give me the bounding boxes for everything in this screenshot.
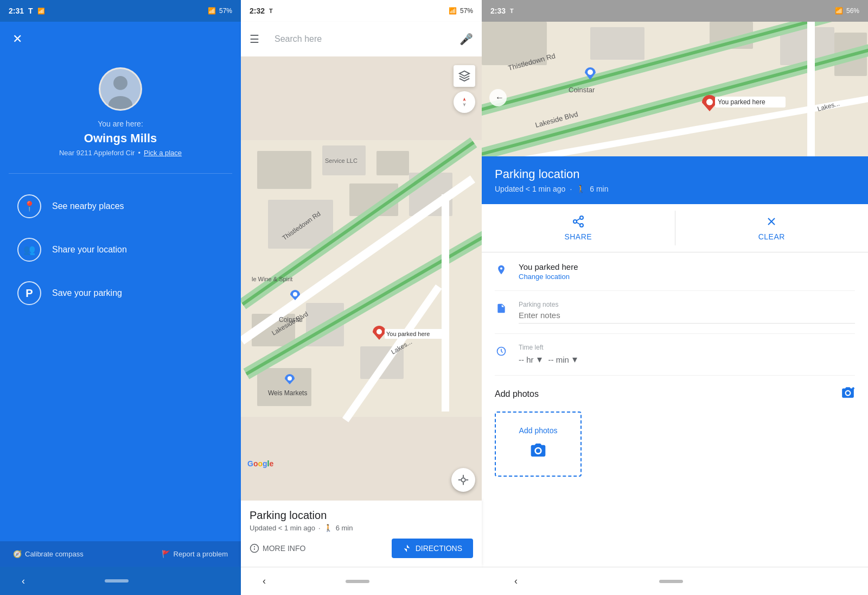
dropdown-arrow-hr: ▾ bbox=[537, 353, 542, 365]
statusbar-1: 2:31 T 📶 📶 57% bbox=[0, 0, 241, 22]
back-arrow-3[interactable]: ‹ bbox=[514, 575, 518, 587]
dropdown-arrow-min: ▾ bbox=[572, 353, 577, 365]
panel3-map-svg: Thistledown Rd Lakeside Blvd Lakes... Co… bbox=[482, 22, 868, 156]
svg-line-75 bbox=[501, 351, 503, 353]
flag-icon: 🚩 bbox=[162, 550, 170, 558]
panel2-nav: ‹ bbox=[241, 567, 482, 595]
parking-detail-header: Parking location Updated < 1 min ago · 🚶… bbox=[482, 156, 868, 204]
menu-item-share[interactable]: 👥 Share your location bbox=[0, 228, 241, 271]
share-location-icon: 👥 bbox=[17, 238, 41, 262]
time-selectors: -- hr ▾ -- min ▾ bbox=[519, 353, 855, 365]
panel1-footer: 🧭 Calibrate compass 🚩 Report a problem bbox=[0, 541, 241, 567]
parking-notes-row: Parking notes bbox=[495, 291, 855, 334]
avatar-image bbox=[100, 67, 141, 111]
add-photo-button[interactable] bbox=[841, 385, 855, 403]
nav-pill-2 bbox=[346, 580, 369, 583]
svg-text:Coinstar: Coinstar bbox=[569, 86, 595, 94]
profile-section: You are here: Owings Mills Near 9211 App… bbox=[0, 56, 241, 173]
parking-location-title: Parking location bbox=[250, 509, 473, 522]
svg-marker-33 bbox=[463, 98, 466, 102]
parking-detail-meta: Updated < 1 min ago · 🚶 6 min bbox=[495, 185, 855, 193]
svg-rect-19 bbox=[442, 194, 449, 412]
notes-content: Parking notes bbox=[519, 301, 855, 324]
photos-title-row: Add photos bbox=[495, 385, 855, 403]
parking-detail-title: Parking location bbox=[495, 167, 855, 181]
svg-point-79 bbox=[536, 448, 540, 453]
time-left-row: Time left -- hr ▾ -- min ▾ bbox=[495, 334, 855, 376]
back-arrow-2[interactable]: ‹ bbox=[263, 575, 266, 587]
svg-point-66 bbox=[580, 216, 583, 219]
svg-point-60 bbox=[588, 69, 593, 75]
status-time-2: 2:32 T bbox=[250, 7, 273, 15]
menu-items: 📍 See nearby places 👥 Share your locatio… bbox=[0, 174, 241, 541]
share-label: SHARE bbox=[564, 232, 592, 241]
menu-item-parking[interactable]: P Save your parking bbox=[0, 271, 241, 315]
search-placeholder: Search here bbox=[275, 34, 444, 44]
photos-section: Add photos Add photos bbox=[482, 376, 868, 486]
panel-2-map: 2:32 T 📶 57% ☰ Search here 🎤 bbox=[241, 0, 482, 595]
hour-select[interactable]: -- hr ▾ bbox=[519, 353, 542, 365]
walk-icon-3: 🚶 bbox=[576, 185, 585, 193]
svg-marker-34 bbox=[463, 103, 466, 107]
action-row: SHARE CLEAR bbox=[482, 204, 868, 252]
svg-point-76 bbox=[846, 391, 850, 395]
panel-1-sidebar: 2:31 T 📶 📶 57% ✕ You are here: Owings Mi… bbox=[0, 0, 241, 595]
directions-button[interactable]: DIRECTIONS bbox=[392, 539, 473, 558]
calibrate-compass-button[interactable]: 🧭 Calibrate compass bbox=[13, 550, 84, 558]
google-logo: Google bbox=[247, 459, 273, 468]
svg-point-35 bbox=[461, 478, 465, 482]
close-button[interactable]: ✕ bbox=[9, 30, 26, 48]
min-select[interactable]: -- min ▾ bbox=[548, 353, 577, 365]
map-view[interactable]: Thistledown Rd Lakeside Blvd Lakes... Se… bbox=[241, 56, 482, 501]
menu-item-nearby[interactable]: 📍 See nearby places bbox=[0, 185, 241, 228]
svg-rect-54 bbox=[807, 22, 815, 156]
menu-label-nearby: See nearby places bbox=[52, 201, 124, 211]
layers-button[interactable] bbox=[454, 65, 475, 87]
you-are-here-label: You are here: bbox=[98, 119, 143, 128]
share-button[interactable]: SHARE bbox=[482, 204, 675, 252]
compass-icon: 🧭 bbox=[13, 550, 22, 558]
svg-text:Weis Markets: Weis Markets bbox=[268, 389, 307, 397]
report-problem-button[interactable]: 🚩 Report a problem bbox=[162, 550, 228, 558]
parked-here-row: You parked here Change location bbox=[495, 252, 855, 291]
more-info-button[interactable]: MORE INFO bbox=[250, 543, 305, 553]
panel3-nav: ‹ bbox=[482, 567, 868, 595]
time-label: Time left bbox=[519, 344, 855, 351]
parking-meta: Updated < 1 min ago · 🚶 6 min bbox=[250, 524, 473, 532]
search-input-container[interactable]: Search here bbox=[266, 27, 453, 51]
clear-button[interactable]: CLEAR bbox=[675, 204, 869, 252]
locate-button[interactable] bbox=[451, 468, 475, 492]
parking-detail-content: Parking location Updated < 1 min ago · 🚶… bbox=[482, 156, 868, 567]
compass-button[interactable] bbox=[454, 91, 475, 113]
back-arrow[interactable]: ‹ bbox=[22, 575, 25, 587]
parked-here-value: You parked here bbox=[519, 262, 855, 271]
photo-placeholder[interactable]: Add photos bbox=[495, 412, 582, 477]
svg-marker-43 bbox=[404, 545, 410, 552]
parking-icon: P bbox=[17, 281, 41, 305]
panel3-map[interactable]: Thistledown Rd Lakeside Blvd Lakes... Co… bbox=[482, 22, 868, 156]
notes-input[interactable] bbox=[519, 311, 855, 324]
svg-rect-12 bbox=[257, 368, 311, 406]
svg-text:Coinstar: Coinstar bbox=[279, 316, 303, 324]
parking-actions: MORE INFO DIRECTIONS bbox=[250, 539, 473, 558]
location-sub: Near 9211 Appleford Cir • Pick a place bbox=[59, 149, 182, 157]
svg-rect-46 bbox=[590, 27, 644, 60]
mic-icon[interactable]: 🎤 bbox=[459, 33, 473, 46]
svg-line-70 bbox=[576, 219, 580, 221]
svg-point-29 bbox=[288, 376, 292, 381]
pick-place-link[interactable]: Pick a place bbox=[144, 149, 182, 157]
info-icon bbox=[250, 543, 259, 553]
notes-icon bbox=[495, 302, 508, 315]
svg-point-1 bbox=[113, 76, 127, 90]
svg-point-68 bbox=[580, 224, 583, 227]
status-time-1: 2:31 T 📶 bbox=[9, 7, 45, 15]
hamburger-icon[interactable]: ☰ bbox=[250, 33, 259, 46]
svg-text:←: ← bbox=[495, 93, 504, 102]
camera-plus-icon bbox=[841, 385, 855, 400]
photos-title: Add photos bbox=[495, 389, 539, 399]
clear-label: CLEAR bbox=[758, 232, 785, 241]
location-name: Owings Mills bbox=[84, 131, 157, 145]
menu-label-share: Share your location bbox=[52, 245, 127, 255]
svg-line-69 bbox=[576, 223, 580, 225]
change-location-link[interactable]: Change location bbox=[519, 273, 855, 281]
